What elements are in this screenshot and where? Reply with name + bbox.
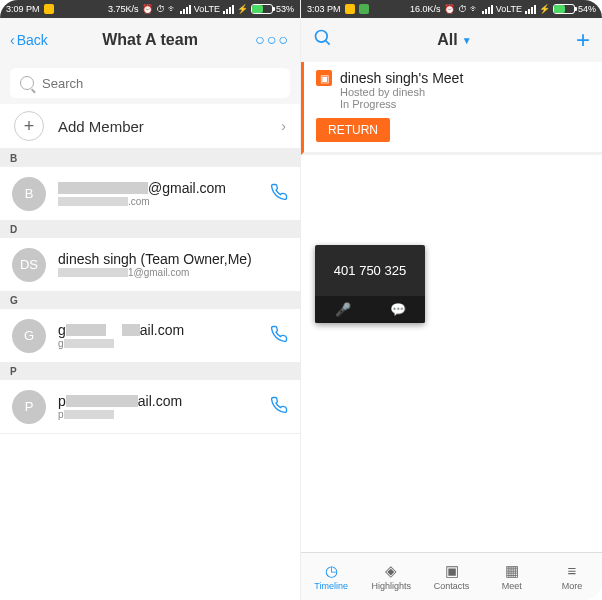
alarm-icon: ⏰ [444, 4, 455, 14]
bottom-nav: ◷ Timeline ◈ Highlights ▣ Contacts ▦ Mee… [301, 552, 602, 600]
meeting-title: dinesh singh's Meet [340, 70, 463, 86]
nav-label: More [562, 581, 583, 591]
section-b: B [0, 150, 300, 167]
return-button[interactable]: RETURN [316, 118, 390, 142]
status-speed: 3.75K/s [108, 4, 139, 14]
redacted [66, 324, 106, 336]
battery-pct: 54% [578, 4, 596, 14]
add-member-row[interactable]: + Add Member › [0, 104, 300, 150]
status-time: 3:03 PM [307, 4, 341, 14]
email-tail: ail.com [138, 393, 182, 409]
section-p: P [0, 363, 300, 380]
redacted [64, 339, 114, 348]
signal-icon [482, 5, 493, 14]
meet-icon: ▦ [505, 562, 519, 579]
nav-label: Contacts [434, 581, 470, 591]
status-bar-left: 3:09 PM 3.75K/s ⏰ ⏱ ᯤ VoLTE ⚡ 53% [0, 0, 300, 18]
chat-button[interactable]: 💬 [370, 296, 425, 323]
redacted [58, 182, 148, 194]
meeting-card[interactable]: ▣ dinesh singh's Meet Hosted by dinesh I… [301, 62, 602, 155]
search-icon [20, 76, 34, 90]
status-speed: 16.0K/s [410, 4, 441, 14]
chevron-down-icon: ▼ [462, 35, 472, 46]
nav-timeline[interactable]: ◷ Timeline [301, 553, 361, 600]
alarm-icon: ⏰ [142, 4, 153, 14]
timeline-icon: ◷ [325, 562, 338, 579]
avatar: P [12, 390, 46, 424]
app-indicator2-icon [359, 4, 369, 14]
contact-row-b[interactable]: B @gmail.com .com [0, 167, 300, 221]
avatar: G [12, 319, 46, 353]
name-head: p [58, 393, 66, 409]
calendar-icon: ▣ [316, 70, 332, 86]
section-d: D [0, 221, 300, 238]
mic-icon: 🎤 [335, 302, 351, 317]
signal2-icon [525, 5, 536, 14]
wifi-icon: ᯤ [470, 4, 479, 14]
charge-icon: ⚡ [237, 4, 248, 14]
signal2-icon [223, 5, 234, 14]
clock-icon: ⏱ [458, 4, 467, 14]
nav-contacts[interactable]: ▣ Contacts [421, 553, 481, 600]
chevron-left-icon: ‹ [10, 32, 15, 48]
redacted [58, 197, 128, 206]
phone-icon[interactable] [270, 396, 288, 418]
svg-point-0 [316, 31, 328, 43]
header-right: All ▼ + [301, 18, 602, 62]
redacted [122, 324, 140, 336]
svg-line-1 [326, 41, 330, 45]
add-button[interactable]: + [576, 26, 590, 54]
search-field[interactable] [10, 68, 290, 98]
avatar: DS [12, 248, 46, 282]
volte-label: VoLTE [496, 4, 522, 14]
meeting-code: 401 750 325 [315, 245, 425, 296]
nav-highlights[interactable]: ◈ Highlights [361, 553, 421, 600]
nav-label: Highlights [372, 581, 412, 591]
filter-dropdown[interactable]: All ▼ [333, 31, 576, 49]
chat-icon: 💬 [390, 302, 406, 317]
nav-more[interactable]: ≡ More [542, 553, 602, 600]
highlights-icon: ◈ [385, 562, 397, 579]
battery-icon [251, 4, 273, 14]
search-input[interactable] [42, 76, 280, 91]
email-tail: ail.com [140, 322, 184, 338]
mic-button[interactable]: 🎤 [315, 296, 370, 323]
phone-icon[interactable] [270, 325, 288, 347]
plus-icon: + [14, 111, 44, 141]
app-indicator-icon [44, 4, 54, 14]
meeting-state: In Progress [340, 98, 590, 110]
volte-label: VoLTE [194, 4, 220, 14]
nav-label: Timeline [314, 581, 348, 591]
back-button[interactable]: ‹ Back [10, 32, 48, 48]
add-member-label: Add Member [58, 118, 267, 135]
floating-widget[interactable]: 401 750 325 🎤 💬 [315, 245, 425, 323]
more-button[interactable]: ○○○ [255, 31, 290, 49]
meeting-host: Hosted by dinesh [340, 86, 590, 98]
contact-name: dinesh singh (Team Owner,Me) [58, 251, 288, 267]
sub-tail: 1@gmail.com [128, 267, 189, 278]
email-tail: @gmail.com [148, 180, 226, 196]
status-time: 3:09 PM [6, 4, 40, 14]
name-head: g [58, 322, 66, 338]
wifi-icon: ᯤ [168, 4, 177, 14]
chevron-right-icon: › [281, 118, 286, 134]
redacted [64, 410, 114, 419]
contact-row-d[interactable]: DS dinesh singh (Team Owner,Me) 1@gmail.… [0, 238, 300, 292]
contacts-icon: ▣ [445, 562, 459, 579]
avatar: B [12, 177, 46, 211]
search-button[interactable] [313, 28, 333, 52]
battery-pct: 53% [276, 4, 294, 14]
search-container [0, 62, 300, 104]
header-left: ‹ Back What A team ○○○ [0, 18, 300, 62]
status-bar-right: 3:03 PM 16.0K/s ⏰ ⏱ ᯤ VoLTE ⚡ 54% [301, 0, 602, 18]
sub-tail: .com [128, 196, 150, 207]
contact-row-p[interactable]: P pail.com p [0, 380, 300, 434]
nav-meet[interactable]: ▦ Meet [482, 553, 542, 600]
charge-icon: ⚡ [539, 4, 550, 14]
phone-icon[interactable] [270, 183, 288, 205]
contact-row-g[interactable]: G gail.com g [0, 309, 300, 363]
section-g: G [0, 292, 300, 309]
app-indicator-icon [345, 4, 355, 14]
nav-label: Meet [502, 581, 522, 591]
more-icon: ≡ [568, 562, 577, 579]
